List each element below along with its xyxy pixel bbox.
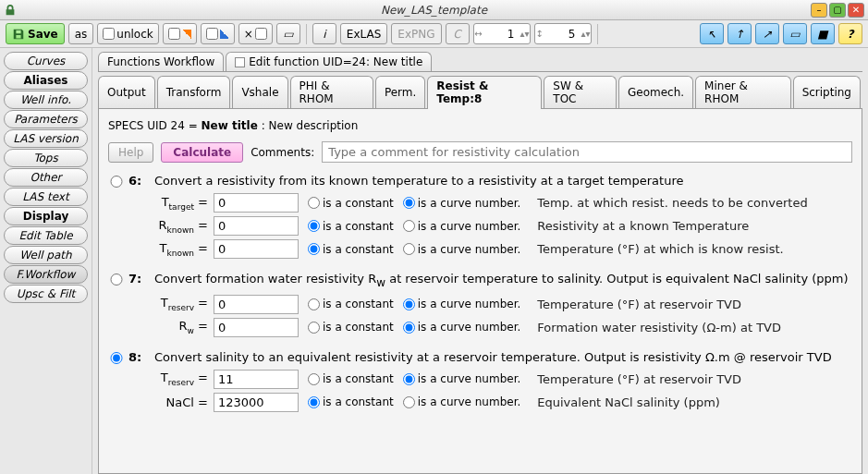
tri-orange-toggle[interactable] [163,23,197,44]
param-input[interactable] [214,393,299,412]
tri-blue-toggle[interactable] [201,23,235,44]
opt-curve[interactable] [403,197,415,209]
maximize-button[interactable]: ▢ [829,3,846,18]
sidebar-item[interactable]: Aliases [4,71,88,90]
comments-input[interactable] [322,141,852,163]
opt-curve[interactable] [403,396,415,408]
func-select[interactable] [108,176,125,188]
square-button[interactable]: ▭ [276,23,300,44]
sidebar-item[interactable]: LAS text [4,188,88,206]
titlebar: New_LAS_template – ▢ ✕ [0,0,868,20]
param-explain: Temperature (°F) at which is know resist… [537,242,783,256]
param-explain: Temperature (°F) at reservoir TVD [537,372,741,386]
param-label: Ttarget = [154,195,208,212]
save-button[interactable]: Save [6,23,65,44]
param-label: Treserv = [154,371,208,387]
v-spin[interactable]: ↕▴▾ [534,23,592,44]
help-btn: Help [108,142,153,163]
comments-label: Comments: [251,146,314,159]
func-number: 7: [128,272,151,286]
func-number: 6: [128,174,151,188]
close-button[interactable]: ✕ [848,3,864,18]
arrow-ne-button[interactable]: ↗ [755,23,779,44]
top-tab[interactable]: Edit function UID=24: New title [226,52,432,71]
sidebar-item[interactable]: Well info. [4,91,88,109]
func-select[interactable] [108,273,125,286]
unlock-toggle[interactable]: unlock [97,23,158,44]
opt-constant[interactable] [308,243,320,255]
c-button: C [446,23,470,44]
func-desc: Convert formation water resistivity Rw a… [154,272,852,289]
sidebar-item[interactable]: LAS version [4,129,88,148]
x-toggle[interactable]: × [238,23,273,44]
arrow-nw-button[interactable]: ↖ [700,23,724,44]
param-explain: Resistivity at a known Temperature [537,219,749,233]
opt-curve[interactable] [403,373,415,385]
save-as-button[interactable]: as [68,23,94,44]
sidebar-item[interactable]: F.Workflow [4,265,88,284]
toolbar: Save as unlock × ▭ i ExLAS ExPNG C ↔▴▾ ↕… [0,20,868,48]
param-explain: Formation water resistivity (Ω-m) at TVD [537,321,781,334]
sub-tab[interactable]: Output [98,76,155,108]
sub-tab[interactable]: Vshale [232,76,287,108]
sub-tab[interactable]: SW & TOC [544,76,617,108]
param-explain: Temperature (°F) at reservoir TVD [537,298,741,311]
opt-curve[interactable] [403,322,415,334]
sidebar-item[interactable]: Edit Table [4,226,88,245]
sidebar-item[interactable]: Tops [4,149,88,167]
opt-constant[interactable] [308,396,320,408]
calculate-button[interactable]: Calculate [161,142,243,163]
sub-tab[interactable]: Resist & Temp:8 [427,76,542,108]
top-tab[interactable]: Functions Workflow [98,52,224,71]
pane: SPECS UID 24 = New title : New descripti… [98,109,862,474]
func-desc: Convert salinity to an equivalent resist… [154,350,852,364]
param-label: Treserv = [154,296,208,312]
opt-constant[interactable] [308,373,320,385]
minimize-button[interactable]: – [811,3,827,18]
help-button[interactable]: ? [838,23,862,44]
opt-curve[interactable] [403,220,415,232]
stop-button[interactable]: ■ [811,23,835,44]
param-input[interactable] [214,370,299,389]
sidebar-item[interactable]: Parameters [4,110,88,128]
opt-curve[interactable] [403,243,415,255]
opt-constant[interactable] [308,197,320,209]
sub-tabs: OutputTransformVshalePHI & RHOMPerm.Resi… [98,76,862,109]
param-input[interactable] [214,193,299,213]
func-select[interactable] [108,352,125,364]
sub-tab[interactable]: PHI & RHOM [290,76,373,108]
sub-tab[interactable]: Miner & RHOM [695,76,791,108]
window-button[interactable]: ▭ [783,23,807,44]
sidebar-item[interactable]: Curves [4,52,88,70]
exlas-button[interactable]: ExLAS [340,23,387,44]
param-input[interactable] [214,216,299,236]
opt-curve[interactable] [403,298,415,310]
sidebar-header: Display [4,207,88,225]
sub-tab[interactable]: Perm. [375,76,425,108]
sub-tab[interactable]: Transform [157,76,231,108]
opt-constant[interactable] [308,298,320,310]
param-label: Rw = [154,319,208,335]
param-input[interactable] [214,295,299,314]
opt-constant[interactable] [308,220,320,232]
info-button[interactable]: i [312,23,336,44]
param-input[interactable] [214,318,299,337]
param-input[interactable] [214,239,299,259]
h-spin[interactable]: ↔▴▾ [473,23,531,44]
opt-constant[interactable] [308,322,320,334]
sidebar-item[interactable]: Well path [4,246,88,264]
arrow-up-button[interactable]: ↑ [727,23,752,44]
specs-line: SPECS UID 24 = New title : New descripti… [108,118,852,132]
sidebar-item[interactable]: Upsc & Filt [4,285,88,303]
sidebar-item[interactable]: Other [4,168,88,187]
floppy-icon [12,28,25,41]
expng-button: ExPNG [391,23,441,44]
sub-tab[interactable]: Geomech. [618,76,693,108]
param-explain: Equivalent NaCl salinity (ppm) [537,395,720,409]
window-title: New_LAS_template [0,4,868,17]
param-label: Tknown = [154,241,208,258]
func-desc: Convert a resistivity from its known tem… [154,174,852,188]
sub-tab[interactable]: Scripting [793,76,861,108]
lock-icon [4,4,17,17]
param-label: Rknown = [154,218,208,235]
